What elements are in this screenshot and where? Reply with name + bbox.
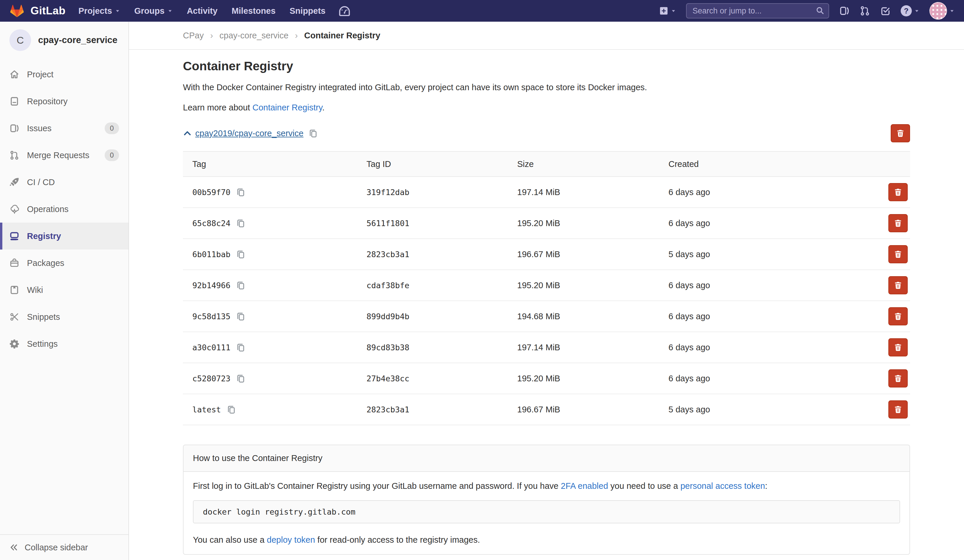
nav-link-activity[interactable]: Activity [187, 6, 218, 16]
issues-icon [10, 123, 20, 133]
personal-access-token-link[interactable]: personal access token [681, 481, 765, 490]
merge-requests-dashboard-button[interactable] [860, 6, 870, 16]
double-chevron-left-icon [10, 543, 18, 552]
tag-created: 6 days ago [668, 363, 833, 394]
home-icon [10, 70, 20, 80]
copy-icon [227, 405, 236, 414]
chevron-down-icon [115, 8, 120, 13]
copy-tag-button[interactable] [236, 250, 245, 259]
admin-area-button[interactable] [338, 5, 351, 16]
copy-icon [236, 343, 245, 352]
breadcrumb-project[interactable]: cpay-core_service [220, 31, 288, 41]
search-icon[interactable] [816, 6, 824, 15]
copy-tag-button[interactable] [236, 374, 245, 383]
sidebar-item-snippets[interactable]: Snippets [0, 304, 129, 330]
merge-request-icon [860, 6, 870, 16]
sidebar-item-operations[interactable]: Operations [0, 196, 129, 222]
delete-tag-button[interactable] [888, 400, 908, 419]
breadcrumb-separator: › [204, 31, 220, 41]
chevron-down-icon [671, 8, 676, 13]
gitlab-logo[interactable]: GitLab [10, 3, 66, 18]
cloud-gear-icon [10, 204, 20, 214]
nav-link-groups[interactable]: Groups [134, 6, 173, 16]
copy-repo-path-button[interactable] [309, 129, 318, 138]
tag-name: 00b59f70 [192, 188, 230, 197]
tag-size: 196.67 MiB [517, 239, 668, 270]
sidebar-item-merge-requests[interactable]: Merge Requests 0 [0, 142, 129, 169]
sidebar-item-project[interactable]: Project [0, 61, 129, 88]
copy-tag-button[interactable] [227, 405, 236, 414]
tag-name: 9c58d135 [192, 312, 230, 321]
delete-repository-button[interactable] [891, 124, 910, 142]
new-menu-button[interactable] [659, 6, 676, 16]
nav-link-snippets[interactable]: Snippets [290, 6, 326, 16]
tag-size: 197.14 MiB [517, 332, 668, 363]
breadcrumb-group[interactable]: CPay [183, 31, 204, 41]
table-row: 00b59f70 319f12dab 197.14 MiB 6 days ago [183, 177, 910, 208]
2fa-enabled-link[interactable]: 2FA enabled [561, 481, 608, 490]
delete-tag-button[interactable] [888, 369, 908, 388]
rocket-icon [10, 177, 20, 187]
trash-icon [894, 375, 902, 382]
todos-button[interactable] [880, 6, 891, 16]
nav-link-milestones[interactable]: Milestones [231, 6, 275, 16]
container-registry-doc-link[interactable]: Container Registry [252, 103, 322, 112]
issues-count-badge: 0 [105, 122, 119, 134]
chevron-up-icon[interactable] [183, 129, 192, 138]
howto-card-body: First log in to GitLab's Container Regis… [184, 472, 909, 554]
delete-tag-button[interactable] [888, 307, 908, 325]
copy-tag-button[interactable] [236, 312, 245, 321]
brand-text: GitLab [31, 5, 66, 17]
page-title: Container Registry [183, 59, 910, 73]
package-icon [10, 258, 20, 268]
sidebar-item-issues[interactable]: Issues 0 [0, 115, 129, 142]
column-header-tag-id: Tag ID [366, 151, 517, 177]
help-menu-button[interactable]: ? [900, 5, 920, 16]
project-context-header[interactable]: C cpay-core_service [0, 22, 129, 56]
trash-icon [897, 130, 904, 137]
tag-name: 92b14966 [192, 281, 230, 290]
chevron-down-icon [168, 8, 173, 13]
learn-more-text: Learn more about Container Registry. [183, 103, 910, 112]
trash-icon [894, 281, 902, 289]
trash-icon [894, 406, 902, 413]
table-row: 6b011bab 2823cb3a1 196.67 MiB 5 days ago [183, 239, 910, 270]
howto-paragraph-1: First log in to GitLab's Container Regis… [193, 481, 900, 491]
howto-card-title: How to use the Container Registry [184, 445, 909, 472]
user-avatar [930, 2, 947, 19]
copy-tag-button[interactable] [236, 343, 245, 352]
tag-id: 2823cb3a1 [366, 405, 409, 414]
user-menu-button[interactable] [930, 2, 954, 19]
help-icon: ? [900, 5, 912, 16]
issues-dashboard-button[interactable] [839, 6, 850, 16]
sidebar-item-repository[interactable]: Repository [0, 88, 129, 115]
page-description: With the Docker Container Registry integ… [183, 83, 910, 92]
deploy-token-link[interactable]: deploy token [267, 535, 315, 544]
sidebar-item-settings[interactable]: Settings [0, 330, 129, 357]
delete-tag-button[interactable] [888, 245, 908, 263]
copy-tag-button[interactable] [236, 281, 245, 290]
search-box [686, 3, 829, 18]
delete-tag-button[interactable] [888, 183, 908, 201]
tag-name: c5280723 [192, 374, 230, 383]
delete-tag-button[interactable] [888, 276, 908, 294]
copy-tag-button[interactable] [236, 219, 245, 227]
copy-icon [236, 281, 245, 290]
search-input[interactable] [686, 3, 829, 18]
delete-tag-button[interactable] [888, 338, 908, 356]
sidebar-item-ci-cd[interactable]: CI / CD [0, 169, 129, 196]
delete-tag-button[interactable] [888, 214, 908, 232]
sidebar-item-registry[interactable]: Registry [0, 222, 129, 250]
sidebar-item-wiki[interactable]: Wiki [0, 276, 129, 304]
table-row: 92b14966 cdaf38bfe 195.20 MiB 6 days ago [183, 270, 910, 301]
trash-icon [894, 250, 902, 258]
sidebar-item-packages[interactable]: Packages [0, 250, 129, 276]
copy-tag-button[interactable] [236, 188, 245, 196]
nav-link-projects[interactable]: Projects [78, 6, 120, 16]
table-row: 9c58d135 899dd9b4b 194.68 MiB 6 days ago [183, 301, 910, 332]
collapse-sidebar-button[interactable]: Collapse sidebar [0, 534, 129, 560]
tag-id: 5611f1801 [366, 219, 409, 228]
merge-requests-count-badge: 0 [105, 149, 119, 161]
repository-link[interactable]: cpay2019/cpay-core_service [195, 128, 303, 138]
tag-id: 2823cb3a1 [366, 250, 409, 259]
